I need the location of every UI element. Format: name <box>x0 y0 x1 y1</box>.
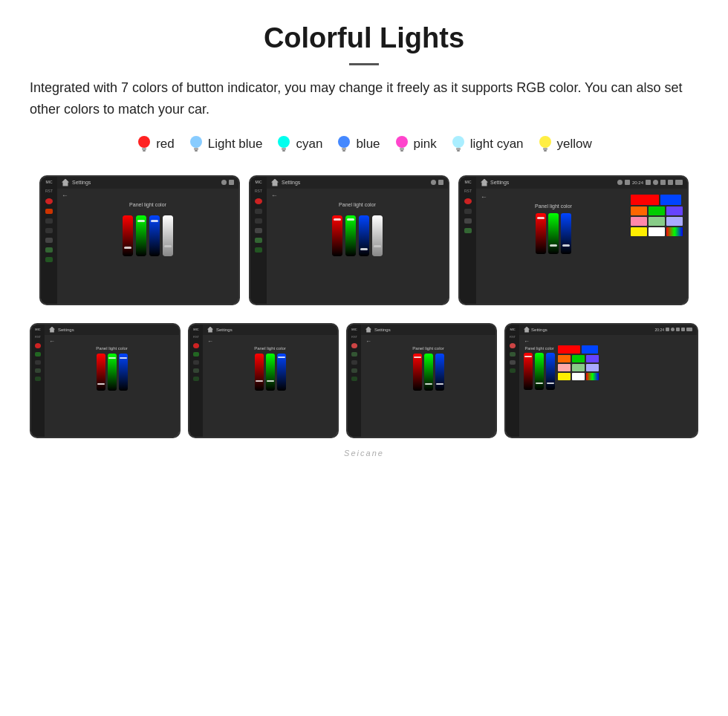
dev-main-1: Settings ← Panel light color <box>57 177 238 304</box>
device-top-3: MIC RST Settings <box>458 175 689 305</box>
svg-rect-11 <box>342 150 345 152</box>
bulb-icon-red <box>136 134 152 154</box>
color-label-lightcyan: light cyan <box>470 137 524 152</box>
svg-rect-7 <box>282 148 286 150</box>
device-top-2: MIC RST Settings <box>249 175 449 305</box>
svg-point-0 <box>138 136 150 148</box>
dev-back-2: ← <box>271 192 443 199</box>
color-list: red Light blue cyan <box>30 134 698 154</box>
dev-sidebar-b3: MIC RST <box>348 325 361 437</box>
dev-main-3: Settings 20:24 <box>476 177 687 304</box>
dev-main-2: Settings ← Panel light color <box>267 177 448 304</box>
color-label-cyan: cyan <box>296 137 322 152</box>
dev-main-b2: Settings ← Panel light color <box>203 325 337 437</box>
color-label-pink: pink <box>414 137 437 152</box>
svg-rect-4 <box>194 148 198 150</box>
color-item-blue: blue <box>336 134 380 154</box>
svg-point-12 <box>396 136 408 148</box>
color-label-yellow: yellow <box>557 137 592 152</box>
color-item-red: red <box>136 134 175 154</box>
svg-rect-5 <box>195 150 198 152</box>
dev-sidebar-3: MIC RST <box>460 177 476 304</box>
svg-rect-20 <box>544 150 547 152</box>
bulb-icon-cyan <box>276 134 292 154</box>
svg-point-18 <box>539 136 551 148</box>
dev-sidebar-2: MIC RST <box>250 177 267 304</box>
svg-point-15 <box>452 136 464 148</box>
dev-sidebar-b2: MIC RST <box>189 325 203 437</box>
svg-rect-2 <box>143 150 146 152</box>
dev-sidebar-b1: MIC RST <box>31 325 45 437</box>
color-label-blue: blue <box>356 137 380 152</box>
svg-rect-17 <box>457 150 460 152</box>
bulb-icon-pink <box>394 134 410 154</box>
bulb-icon-lightcyan <box>450 134 467 154</box>
brand-logo: Seicane <box>30 446 698 460</box>
svg-point-3 <box>190 136 202 148</box>
page-title: Colorful Lights <box>30 22 698 54</box>
device-bottom-2: MIC RST Settings ← Panel light colo <box>188 323 339 438</box>
dev-sidebar-b4: MIC RST <box>506 325 519 437</box>
dev-settings-label-1: Settings <box>72 180 218 185</box>
dev-settings-label-2: Settings <box>282 180 428 185</box>
bulb-icon-blue <box>336 134 352 154</box>
dev-main-b3: Settings ← Panel light color <box>361 325 495 437</box>
svg-rect-14 <box>400 150 403 152</box>
dev-main-b4: Settings 20:24 ← <box>519 325 697 437</box>
color-item-cyan: cyan <box>276 134 322 154</box>
dev-back-3: ← <box>481 193 626 201</box>
device-bottom-1: MIC RST Settings ← Panel light colo <box>30 323 181 438</box>
color-item-yellow: yellow <box>537 134 592 154</box>
top-devices-row: MIC RST Settings <box>30 175 698 305</box>
svg-rect-16 <box>456 148 461 150</box>
device-bottom-3: MIC RST Settings ← Panel light colo <box>346 323 497 438</box>
color-label-lightblue: Light blue <box>208 137 263 152</box>
svg-rect-19 <box>543 148 547 150</box>
svg-rect-10 <box>342 148 346 150</box>
dev-settings-label-3: Settings <box>490 180 509 185</box>
dev-panel-label-1: Panel light color <box>62 202 234 207</box>
bottom-devices-row: MIC RST Settings ← Panel light colo <box>30 323 698 438</box>
dev-panel-label-2: Panel light color <box>271 202 443 207</box>
dev-sidebar-1: MIC RST <box>41 177 57 304</box>
title-divider <box>349 63 379 65</box>
bulb-icon-yellow <box>537 134 553 154</box>
dev-panel-label-3: Panel light color <box>481 204 626 209</box>
color-item-pink: pink <box>394 134 437 154</box>
bulb-icon-lightblue <box>188 134 204 154</box>
description-text: Integrated with 7 colors of button indic… <box>30 77 698 120</box>
device-top-1: MIC RST Settings <box>39 175 240 305</box>
svg-rect-1 <box>142 148 146 150</box>
svg-rect-8 <box>282 150 285 152</box>
page-wrapper: Colorful Lights Integrated with 7 colors… <box>0 0 728 490</box>
device-bottom-4: MIC RST Settings 20:24 <box>504 323 698 438</box>
dev-back-1: ← <box>62 192 234 199</box>
svg-rect-13 <box>400 148 404 150</box>
svg-point-9 <box>338 136 350 148</box>
dev-main-b1: Settings ← Panel light color <box>45 325 179 437</box>
color-item-lightcyan: light cyan <box>450 134 524 154</box>
svg-point-6 <box>278 136 290 148</box>
color-item-lightblue: Light blue <box>188 134 263 154</box>
color-label-red: red <box>156 137 175 152</box>
title-section: Colorful Lights Integrated with 7 colors… <box>30 22 698 120</box>
